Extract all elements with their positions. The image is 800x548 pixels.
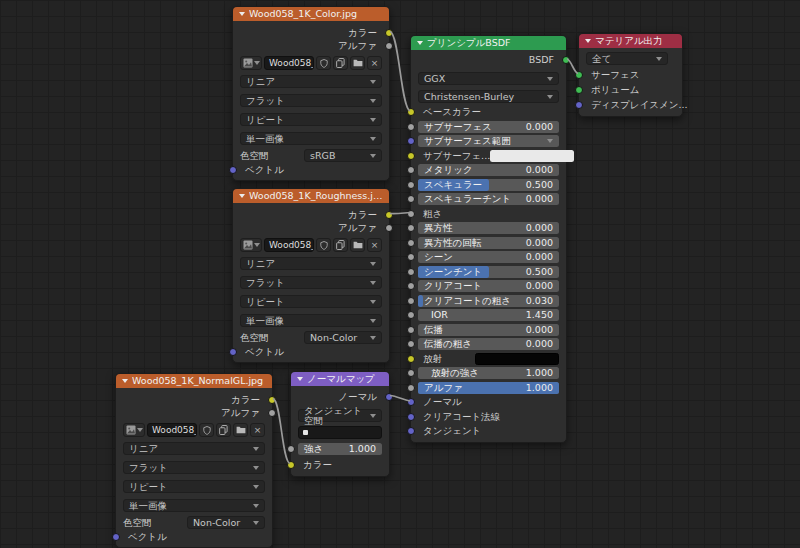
specular-tint-input-socket[interactable] bbox=[407, 195, 415, 203]
uv-map-field[interactable] bbox=[298, 426, 382, 439]
vector-input-socket[interactable] bbox=[229, 348, 237, 356]
source-dropdown[interactable]: 単一画像 bbox=[123, 499, 265, 512]
space-dropdown[interactable]: タンジェント空間 bbox=[298, 409, 382, 422]
metallic-input-socket[interactable] bbox=[407, 166, 415, 174]
transmission-slider[interactable]: 伝播 0.000 bbox=[418, 324, 559, 336]
image-name-field[interactable]: Wood058_1K_... bbox=[147, 423, 197, 437]
subsurface-color-swatch[interactable] bbox=[490, 150, 574, 162]
collapse-triangle-icon[interactable] bbox=[417, 41, 423, 45]
colorspace-dropdown[interactable]: sRGB bbox=[304, 149, 382, 162]
node-header[interactable]: Wood058_1K_NormalGL.jpg bbox=[116, 374, 272, 388]
clearcoat-slider[interactable]: クリアコート 0.000 bbox=[418, 280, 559, 292]
surface-input-socket[interactable] bbox=[575, 71, 583, 79]
source-dropdown[interactable]: 単一画像 bbox=[240, 132, 382, 145]
ior-input-socket[interactable] bbox=[407, 311, 415, 319]
transmission-roughness-input-socket[interactable] bbox=[407, 340, 415, 348]
node-editor-canvas[interactable]: Wood058_1K_Color.jpg カラー アルファ Wood058_1K… bbox=[0, 0, 800, 548]
duplicate-image-button[interactable] bbox=[333, 238, 348, 252]
projection-dropdown[interactable]: フラット bbox=[240, 94, 382, 107]
unlink-image-button[interactable]: × bbox=[250, 423, 265, 437]
image-datablock-button[interactable] bbox=[240, 238, 262, 252]
anisotropic-input-socket[interactable] bbox=[407, 224, 415, 232]
interpolation-dropdown[interactable]: リニア bbox=[123, 442, 265, 455]
collapse-triangle-icon[interactable] bbox=[297, 377, 303, 381]
duplicate-image-button[interactable] bbox=[333, 56, 348, 70]
subsurface-radius-dropdown[interactable]: サブサーフェス範囲 bbox=[418, 135, 559, 147]
color-output-socket[interactable] bbox=[385, 29, 393, 37]
subsurface-input-socket[interactable] bbox=[407, 123, 415, 131]
image-datablock-button[interactable] bbox=[123, 423, 145, 437]
alpha-output-socket[interactable] bbox=[385, 42, 393, 50]
node-material-output[interactable]: マテリアル出力 全て サーフェス ボリューム ディスプレイスメン... bbox=[578, 33, 683, 117]
node-normal-map[interactable]: ノーマルマップ ノーマル タンジェント空間 強さ 1.000 カラー bbox=[290, 371, 390, 477]
anisotropic-slider[interactable]: 異方性 0.000 bbox=[418, 222, 559, 234]
tangent-input-socket[interactable] bbox=[407, 427, 415, 435]
specular-tint-slider[interactable]: スペキュラーチント 0.000 bbox=[418, 193, 559, 205]
distribution-dropdown[interactable]: GGX bbox=[418, 72, 559, 85]
sheen-tint-input-socket[interactable] bbox=[407, 268, 415, 276]
node-principled-bsdf[interactable]: プリンシプルBSDF BSDF GGX Christensen-Burley ベ… bbox=[410, 35, 567, 443]
image-datablock-button[interactable] bbox=[240, 56, 262, 70]
specular-slider[interactable]: スペキュラー 0.500 bbox=[418, 179, 559, 191]
strength-slider[interactable]: 強さ 1.000 bbox=[298, 443, 382, 455]
projection-dropdown[interactable]: フラット bbox=[240, 276, 382, 289]
sheen-slider[interactable]: シーン 0.000 bbox=[418, 251, 559, 263]
fake-user-button[interactable] bbox=[199, 423, 214, 437]
color-output-socket[interactable] bbox=[385, 211, 393, 219]
clearcoat-input-socket[interactable] bbox=[407, 282, 415, 290]
sheen-input-socket[interactable] bbox=[407, 253, 415, 261]
collapse-triangle-icon[interactable] bbox=[122, 379, 128, 383]
node-header[interactable]: ノーマルマップ bbox=[291, 372, 389, 386]
fake-user-button[interactable] bbox=[316, 238, 331, 252]
node-image-texture-color[interactable]: Wood058_1K_Color.jpg カラー アルファ Wood058_1K… bbox=[232, 6, 390, 181]
extension-dropdown[interactable]: リピート bbox=[123, 480, 265, 493]
target-dropdown[interactable]: 全て bbox=[586, 52, 668, 65]
node-header[interactable]: Wood058_1K_Roughness.jpg bbox=[233, 189, 389, 203]
color-input-socket[interactable] bbox=[287, 461, 295, 469]
open-image-button[interactable] bbox=[350, 56, 365, 70]
open-image-button[interactable] bbox=[350, 238, 365, 252]
transmission-input-socket[interactable] bbox=[407, 326, 415, 334]
node-header[interactable]: マテリアル出力 bbox=[579, 34, 682, 48]
clearcoat-roughness-input-socket[interactable] bbox=[407, 297, 415, 305]
vector-input-socket[interactable] bbox=[112, 533, 120, 541]
interpolation-dropdown[interactable]: リニア bbox=[240, 75, 382, 88]
colorspace-dropdown[interactable]: Non-Color bbox=[187, 516, 265, 529]
transmission-roughness-slider[interactable]: 伝播の粗さ 0.000 bbox=[418, 338, 559, 350]
alpha-output-socket[interactable] bbox=[268, 409, 276, 417]
roughness-input-socket[interactable] bbox=[407, 210, 415, 218]
image-name-field[interactable]: Wood058_1K_... bbox=[264, 56, 314, 70]
bsdf-output-socket[interactable] bbox=[562, 56, 570, 64]
emission-strength-slider[interactable]: 放射の強さ 1.000 bbox=[418, 367, 559, 379]
image-name-field[interactable]: Wood058_1K_... bbox=[264, 238, 314, 252]
collapse-triangle-icon[interactable] bbox=[585, 39, 591, 43]
vector-input-socket[interactable] bbox=[229, 166, 237, 174]
unlink-image-button[interactable]: × bbox=[367, 238, 382, 252]
extension-dropdown[interactable]: リピート bbox=[240, 113, 382, 126]
base-color-input-socket[interactable] bbox=[407, 108, 415, 116]
ior-slider[interactable]: IOR 1.450 bbox=[418, 309, 559, 321]
emission-input-socket[interactable] bbox=[407, 355, 415, 363]
emission-color-swatch[interactable] bbox=[475, 353, 559, 365]
clearcoat-normal-input-socket[interactable] bbox=[407, 413, 415, 421]
projection-dropdown[interactable]: フラット bbox=[123, 461, 265, 474]
node-image-texture-normal[interactable]: Wood058_1K_NormalGL.jpg カラー アルファ Wood058… bbox=[115, 373, 273, 548]
displacement-input-socket[interactable] bbox=[575, 101, 583, 109]
extension-dropdown[interactable]: リピート bbox=[240, 295, 382, 308]
source-dropdown[interactable]: 単一画像 bbox=[240, 314, 382, 327]
normal-output-socket[interactable] bbox=[385, 393, 393, 401]
alpha-input-socket[interactable] bbox=[407, 384, 415, 392]
subsurface-slider[interactable]: サブサーフェス 0.000 bbox=[418, 121, 559, 133]
specular-input-socket[interactable] bbox=[407, 181, 415, 189]
collapse-triangle-icon[interactable] bbox=[239, 194, 245, 198]
collapse-triangle-icon[interactable] bbox=[239, 12, 245, 16]
open-image-button[interactable] bbox=[233, 423, 248, 437]
interpolation-dropdown[interactable]: リニア bbox=[240, 257, 382, 270]
colorspace-dropdown[interactable]: Non-Color bbox=[304, 331, 382, 344]
alpha-output-socket[interactable] bbox=[385, 224, 393, 232]
node-header[interactable]: プリンシプルBSDF bbox=[411, 36, 566, 50]
subsurface-method-dropdown[interactable]: Christensen-Burley bbox=[418, 90, 559, 103]
subsurface-color-input-socket[interactable] bbox=[407, 152, 415, 160]
volume-input-socket[interactable] bbox=[575, 86, 583, 94]
anisotropic-rotation-slider[interactable]: 異方性の回転 0.000 bbox=[418, 237, 559, 249]
